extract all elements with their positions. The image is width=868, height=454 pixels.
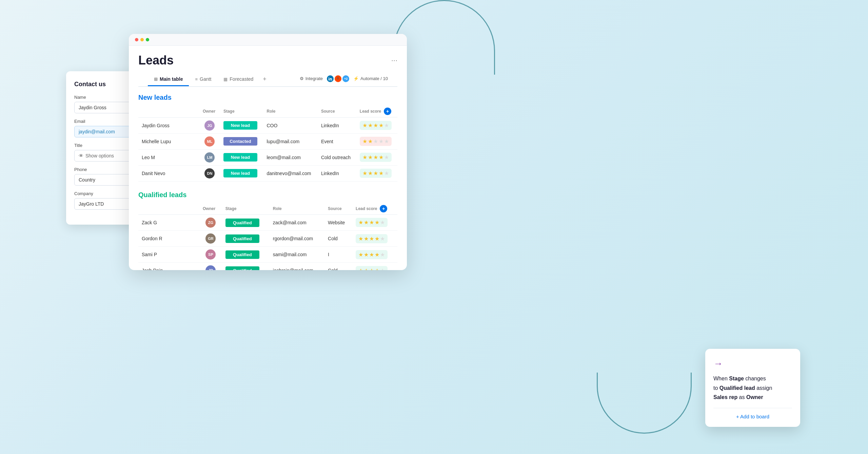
lead-score-cell: ★★★★★	[356, 149, 397, 165]
lead-score-cell: ★★★★★	[352, 263, 397, 270]
integrate-icon: ⚙	[300, 76, 304, 81]
role-cell: lupu@mail.com	[263, 133, 317, 149]
qualified-leads-header-row: Owner Stage Role Source Lead score +	[138, 203, 397, 215]
automate-label: Automate / 10	[360, 76, 388, 81]
owner-cell: SP	[199, 247, 222, 263]
star-filled: ★	[358, 251, 363, 258]
col-role: Role	[263, 106, 317, 117]
table-row[interactable]: Leo M LM New lead leom@mail.com Cold out…	[138, 149, 397, 165]
table-row[interactable]: Sami P SP Qualified sami@mail.com I ★★★★…	[138, 247, 397, 263]
lead-name-cell: Michelle Lupu	[138, 133, 199, 149]
lead-name-cell: Gordon R	[138, 231, 199, 247]
stage-cell: New lead	[220, 117, 263, 133]
add-column-button[interactable]: +	[384, 108, 391, 115]
integration-icons: R +2	[327, 75, 349, 82]
star-empty: ★	[379, 138, 383, 145]
lead-score-cell: ★★★★★	[356, 117, 397, 133]
table-row[interactable]: Danit Nevo DN New lead danitnevo@mail.co…	[138, 165, 397, 181]
lead-score-stars: ★★★★★	[360, 121, 392, 130]
owner-cell: JR	[199, 263, 222, 270]
window-titlebar	[129, 34, 407, 46]
star-filled: ★	[379, 154, 383, 160]
add-tab-button[interactable]: +	[259, 72, 270, 86]
table-row[interactable]: Michelle Lupu ML Contacted lupu@mail.com…	[138, 133, 397, 149]
source-cell: LinkedIn	[318, 165, 356, 181]
role-cell: leom@mail.com	[263, 149, 317, 165]
automate-button[interactable]: ⚡ Automate / 10	[353, 76, 388, 81]
source-cell: Website	[324, 215, 352, 231]
star-filled: ★	[373, 170, 378, 176]
star-filled: ★	[369, 251, 374, 258]
new-leads-table: Owner Stage Role Source Lead score + Jay…	[138, 106, 397, 182]
star-empty: ★	[380, 267, 385, 270]
add-to-board-button[interactable]: + Add to board	[713, 408, 792, 419]
star-filled: ★	[368, 170, 373, 176]
stage-badge: Qualified	[225, 234, 259, 243]
table-row[interactable]: Zack G ZG Qualified zack@mail.com Websit…	[138, 215, 397, 231]
source-cell: Cold	[324, 231, 352, 247]
tab-gantt[interactable]: ≡ Gantt	[189, 73, 217, 86]
more-options-button[interactable]: ···	[391, 56, 397, 65]
lead-score-stars: ★★★★★	[360, 137, 392, 146]
star-filled: ★	[379, 170, 383, 176]
avatar: LM	[204, 152, 215, 163]
stage-badge: New lead	[223, 169, 257, 177]
lead-name-cell: Zack G	[138, 215, 199, 231]
eye-icon: 👁	[79, 153, 83, 158]
owner-cell: ML	[199, 133, 220, 149]
star-filled: ★	[364, 219, 369, 226]
col-leadscore-q: Lead score +	[352, 203, 397, 215]
star-filled: ★	[368, 154, 373, 160]
add-column-button-q[interactable]: +	[380, 205, 387, 212]
lead-score-cell: ★★★★★	[356, 133, 397, 149]
window-minimize-dot[interactable]	[140, 38, 144, 41]
lead-score-stars: ★★★★★	[356, 266, 388, 270]
tab-gantt-label: Gantt	[200, 76, 211, 82]
table-row[interactable]: Gordon R GR Qualified rgordon@mail.com C…	[138, 231, 397, 247]
lead-score-stars: ★★★★★	[356, 218, 388, 227]
stage-badge: Qualified	[225, 250, 259, 259]
gantt-icon: ≡	[195, 77, 198, 82]
svg-rect-0	[329, 78, 329, 80]
role-cell: rgordon@mail.com	[270, 231, 324, 247]
role-cell: zack@mail.com	[270, 215, 324, 231]
col-name-q	[138, 203, 199, 215]
table-row[interactable]: Jaydin Gross JG New lead COO LinkedIn ★★…	[138, 117, 397, 133]
stage-cell: Qualified	[222, 231, 270, 247]
stage-badge: Qualified	[225, 219, 259, 227]
show-options-label: Show options	[85, 153, 114, 158]
star-empty: ★	[384, 138, 389, 145]
automation-text: When Stage changes to Qualified lead ass…	[713, 374, 792, 402]
linkedin-icon	[327, 75, 334, 82]
tab-main-table[interactable]: ⊞ Main table	[148, 73, 189, 86]
star-empty: ★	[384, 154, 389, 160]
automate-icon: ⚡	[353, 76, 359, 81]
star-filled: ★	[375, 251, 379, 258]
source-cell: Event	[318, 133, 356, 149]
lead-name-cell: Jaydin Gross	[138, 117, 199, 133]
col-stage-q: Stage	[222, 203, 270, 215]
avatar: GR	[205, 233, 216, 244]
avatar: SP	[205, 249, 216, 260]
stage-cell: Qualified	[222, 247, 270, 263]
star-empty: ★	[380, 219, 385, 226]
star-filled: ★	[364, 235, 369, 242]
integrate-button[interactable]: ⚙ Integrate	[300, 76, 323, 81]
star-filled: ★	[362, 122, 367, 129]
table-icon: ⊞	[154, 77, 158, 82]
star-filled: ★	[358, 219, 363, 226]
star-filled: ★	[369, 235, 374, 242]
forecasted-icon: ▦	[223, 77, 228, 82]
tab-forecasted[interactable]: ▦ Forecasted	[217, 73, 259, 86]
qualified-leads-group-title: Qualified leads	[138, 191, 397, 199]
star-filled: ★	[373, 154, 378, 160]
owner-cell: ZG	[199, 215, 222, 231]
new-leads-header-row: Owner Stage Role Source Lead score +	[138, 106, 397, 117]
new-leads-group-title: New leads	[138, 94, 397, 101]
automation-owner-keyword: Owner	[746, 394, 763, 400]
window-close-dot[interactable]	[135, 38, 138, 41]
window-maximize-dot[interactable]	[146, 38, 149, 41]
table-row[interactable]: Josh Rain JR Qualified joshrain@mail.com…	[138, 263, 397, 270]
source-cell: Cold outreach	[318, 149, 356, 165]
col-owner-q: Owner	[199, 203, 222, 215]
